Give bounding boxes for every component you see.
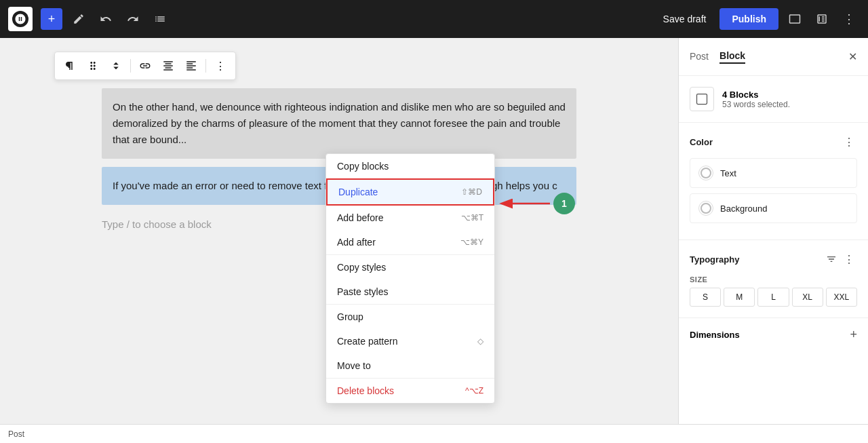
paragraph-icon-button[interactable]	[59, 55, 81, 77]
typography-section: Typography ⋮ SIZE S M L XL XXL	[679, 240, 868, 318]
view-button[interactable]	[784, 8, 806, 30]
size-m-button[interactable]: M	[724, 288, 755, 307]
color-section: Color ⋮ Text Background	[679, 123, 868, 240]
size-buttons: S M L XL XXL	[690, 288, 857, 307]
text-align-button[interactable]	[180, 55, 202, 77]
topbar: + Save draft Publish ⋮	[0, 0, 868, 38]
block-info-text: 4 Blocks 53 words selected.	[722, 90, 790, 109]
editor-area: ⋮ On the other hand, we denounce with ri…	[0, 38, 678, 424]
typography-controls: ⋮	[826, 251, 857, 267]
drag-handle-button[interactable]	[82, 55, 104, 77]
block-icon	[690, 87, 714, 111]
align-wide-button[interactable]	[157, 55, 179, 77]
toolbar-divider-1	[130, 59, 131, 73]
wp-logo[interactable]	[8, 7, 33, 31]
block-subtitle: 53 words selected.	[722, 100, 790, 109]
create-pattern-item[interactable]: Create pattern ◇	[326, 329, 494, 353]
add-block-button[interactable]: +	[41, 8, 62, 30]
size-xl-button[interactable]: XL	[792, 288, 823, 307]
typography-filter-button[interactable]	[826, 251, 837, 267]
size-label: SIZE	[690, 275, 857, 284]
text-color-circle	[698, 166, 713, 180]
dimensions-section: Dimensions +	[679, 318, 868, 351]
text-color-option[interactable]: Text	[690, 158, 857, 188]
sidebar-block-info: 4 Blocks 53 words selected.	[679, 76, 868, 123]
background-color-label: Background	[720, 204, 767, 214]
color-more-button[interactable]: ⋮	[841, 134, 857, 150]
sidebar-header: Post Block ✕	[679, 38, 868, 76]
context-menu-section-4: Delete blocks ^⌥Z	[326, 379, 494, 403]
delete-blocks-item[interactable]: Delete blocks ^⌥Z	[326, 379, 494, 403]
context-menu-section-1: Copy blocks Duplicate ⇧⌘D Add before ⌥⌘T…	[326, 154, 494, 255]
redo-button[interactable]	[122, 8, 144, 30]
annotation-badge: 1	[553, 193, 575, 214]
typography-more-button[interactable]: ⋮	[841, 251, 857, 267]
size-s-button[interactable]: S	[690, 288, 721, 307]
duplicate-item[interactable]: Duplicate ⇧⌘D	[326, 178, 494, 206]
background-color-circle	[698, 201, 713, 216]
bottom-bar-label: Post	[8, 429, 24, 439]
copy-styles-item[interactable]: Copy styles	[326, 255, 494, 280]
content-block-1[interactable]: On the other hand, we denounce with righ…	[102, 88, 576, 159]
text-color-label: Text	[720, 168, 736, 178]
tab-post[interactable]: Post	[690, 51, 709, 63]
add-after-item[interactable]: Add after ⌥⌘Y	[326, 230, 494, 254]
right-sidebar: Post Block ✕ 4 Blocks 53 words selected.…	[678, 38, 868, 424]
typography-section-title: Typography	[690, 254, 739, 265]
move-to-item[interactable]: Move to	[326, 353, 494, 378]
link-button[interactable]	[134, 55, 156, 77]
toolbar-more-options-button[interactable]: ⋮	[210, 55, 231, 77]
tools-button[interactable]	[68, 8, 90, 30]
group-item[interactable]: Group	[326, 305, 494, 329]
bottom-bar: Post	[0, 424, 868, 443]
arrow-annotation: 1	[499, 193, 575, 214]
typography-section-header: Typography ⋮	[690, 251, 857, 267]
toolbar-divider-2	[205, 59, 206, 73]
svg-rect-1	[697, 94, 707, 104]
context-menu-section-3: Group Create pattern ◇ Move to	[326, 305, 494, 379]
size-xxl-button[interactable]: XXL	[826, 288, 857, 307]
sidebar-close-button[interactable]: ✕	[848, 50, 857, 63]
main-layout: ⋮ On the other hand, we denounce with ri…	[0, 38, 868, 424]
copy-blocks-item[interactable]: Copy blocks	[326, 154, 494, 178]
context-menu-section-2: Copy styles Paste styles	[326, 255, 494, 305]
background-color-inner	[701, 203, 711, 214]
arrow-svg	[499, 193, 553, 214]
publish-button[interactable]: Publish	[719, 8, 778, 30]
text-color-inner	[701, 168, 711, 178]
size-l-button[interactable]: L	[757, 288, 789, 307]
wp-logo-inner	[12, 11, 28, 27]
save-draft-button[interactable]: Save draft	[655, 9, 715, 28]
add-before-item[interactable]: Add before ⌥⌘T	[326, 206, 494, 230]
context-menu: Copy blocks Duplicate ⇧⌘D Add before ⌥⌘T…	[326, 153, 495, 404]
dimensions-header: Dimensions +	[690, 328, 857, 342]
list-view-button[interactable]	[149, 8, 171, 30]
dimensions-title: Dimensions	[690, 330, 740, 340]
sidebar-toggle-button[interactable]	[811, 8, 833, 30]
color-section-title: Color	[690, 137, 713, 147]
topbar-more-button[interactable]: ⋮	[838, 8, 860, 30]
block-title: 4 Blocks	[722, 90, 790, 100]
background-color-option[interactable]: Background	[690, 193, 857, 223]
move-up-down-button[interactable]	[105, 55, 127, 77]
paste-styles-item[interactable]: Paste styles	[326, 280, 494, 304]
dimensions-add-button[interactable]: +	[850, 328, 857, 342]
tab-block[interactable]: Block	[719, 50, 745, 64]
color-section-header: Color ⋮	[690, 134, 857, 150]
undo-button[interactable]	[95, 8, 117, 30]
block-toolbar: ⋮	[54, 52, 236, 80]
